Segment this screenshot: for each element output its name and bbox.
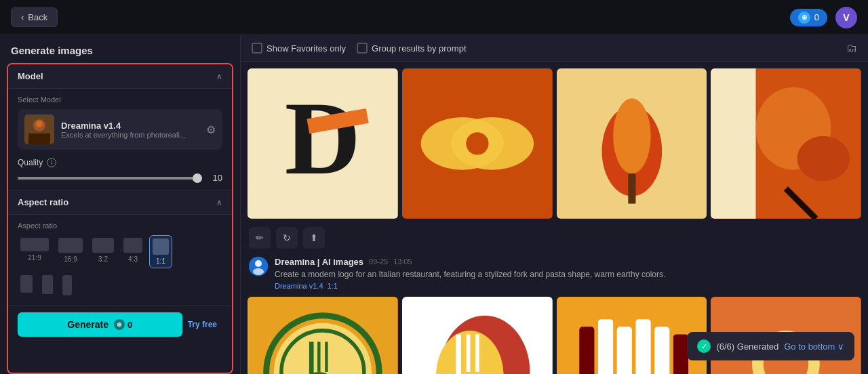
prompt-time: 13:05 [393, 257, 412, 266]
aspect-label-1-1: 1:1 [156, 257, 165, 265]
credits-badge[interactable]: ⊕ 0 [790, 9, 827, 26]
aspect-label-16-9: 16:9 [64, 255, 77, 263]
svg-rect-16 [711, 68, 756, 219]
aspect-label-3-2: 3:2 [98, 255, 108, 263]
image-card-2-1[interactable]: ITALIAN [248, 297, 398, 374]
aspect-box-16-9 [58, 238, 83, 253]
svg-rect-14 [628, 173, 635, 203]
image-card-1-1[interactable]: D [248, 68, 398, 219]
content-toolbar: Show Favorites only Group results by pro… [241, 35, 868, 62]
svg-point-22 [253, 268, 264, 275]
sidebar: Generate images Model ∧ Select Model [0, 35, 241, 374]
content-area: Show Favorites only Group results by pro… [241, 35, 868, 374]
svg-point-10 [466, 132, 488, 154]
edit-action-btn[interactable]: ✏ [249, 227, 271, 249]
aspect-chevron-icon: ∧ [216, 198, 222, 207]
toast-notification: ✓ (6/6) Generated Go to bottom ∨ [687, 332, 854, 360]
quality-value: 10 [209, 173, 222, 183]
try-free-button[interactable]: Try free [182, 317, 222, 332]
svg-point-21 [255, 260, 262, 267]
slider-thumb [193, 173, 202, 183]
show-favorites-label: Show Favorites only [267, 43, 346, 54]
aspect-box-portrait-sm [20, 275, 33, 293]
image-row-1: D [248, 68, 861, 219]
topbar-right: ⊕ 0 V [790, 7, 857, 28]
aspect-grid-row1: 21:9 16:9 3:2 4:3 [18, 235, 222, 268]
aspect-box-3-2 [92, 238, 114, 253]
image-card-2-3[interactable] [557, 297, 707, 374]
action-icons: ✏ ↻ ⬆ [248, 227, 861, 249]
aspect-item-3-2[interactable]: 3:2 [90, 235, 117, 268]
aspect-item-portrait-md[interactable] [39, 272, 56, 298]
model-section-body: Select Model Dreamina v1.4 Excels at eve… [8, 89, 232, 190]
quality-info-icon: i [47, 158, 56, 167]
prompt-date: 09-25 [369, 257, 388, 266]
prompt-meta: Dreamina | AI images 09-25 13:05 [275, 257, 860, 267]
scroll-area[interactable]: D [241, 62, 868, 374]
aspect-box-4-3 [123, 238, 142, 253]
aspect-item-4-3[interactable]: 4:3 [121, 235, 145, 268]
back-button[interactable]: ‹ Back [11, 7, 58, 27]
group-by-prompt-label: Group results by prompt [372, 43, 466, 54]
select-model-label: Select Model [18, 96, 222, 104]
quality-slider-row: 10 [18, 173, 222, 183]
aspect-grid-row2 [18, 272, 222, 298]
quality-row: Quality i [18, 158, 222, 167]
toast-check-icon: ✓ [697, 339, 711, 353]
aspect-select-label: Aspect ratio [18, 222, 222, 230]
image-card-2-2[interactable] [402, 297, 553, 374]
toast-go-button[interactable]: Go to bottom ∨ [784, 341, 844, 352]
aspect-item-16-9[interactable]: 16:9 [56, 235, 85, 268]
back-chevron-icon: ‹ [21, 12, 24, 22]
svg-point-13 [613, 98, 650, 173]
main-layout: Generate images Model ∧ Select Model [0, 35, 868, 374]
svg-rect-41 [616, 327, 631, 374]
avatar[interactable]: V [835, 7, 857, 28]
refresh-action-btn[interactable]: ↻ [276, 227, 298, 249]
topbar: ‹ Back ⊕ 0 V [0, 0, 868, 35]
aspect-item-portrait-tall[interactable] [60, 272, 75, 298]
model-settings-icon[interactable]: ⚙ [206, 123, 216, 136]
svg-rect-43 [654, 327, 669, 374]
prompt-text: Create a modern logo for an Italian rest… [275, 270, 860, 279]
toast-count-label: (6/6) Generated [716, 341, 778, 352]
quality-slider[interactable] [18, 177, 202, 180]
gen-credits-icon: ⊕ [114, 319, 125, 330]
model-chevron-icon: ∧ [216, 72, 222, 81]
prompt-avatar [249, 257, 268, 276]
model-thumbnail [24, 115, 54, 144]
aspect-box-21-9 [20, 238, 49, 251]
prompt-tags: Dreamina v1.4 1:1 [275, 282, 860, 290]
aspect-body: Aspect ratio 21:9 16:9 3:2 [8, 215, 232, 305]
favorites-checkbox-box [252, 43, 262, 54]
group-by-prompt-checkbox[interactable]: Group results by prompt [357, 43, 466, 54]
model-name: Dreamina v1.4 [61, 121, 199, 131]
aspect-box-1-1 [153, 238, 169, 255]
model-card[interactable]: Dreamina v1.4 Excels at everything from … [18, 109, 222, 150]
aspect-item-portrait-sm[interactable] [18, 272, 35, 298]
image-card-1-4[interactable] [711, 68, 861, 219]
aspect-box-portrait-tall [62, 275, 72, 295]
archive-icon[interactable]: 🗂 [846, 42, 857, 54]
generate-bar: Generate ⊕ 0 Try free [8, 305, 232, 344]
aspect-section-title: Aspect ratio [18, 197, 68, 207]
sidebar-title: Generate images [0, 35, 240, 63]
group-checkbox-box [357, 43, 368, 54]
svg-rect-42 [635, 319, 650, 374]
show-favorites-checkbox[interactable]: Show Favorites only [252, 43, 346, 54]
credits-icon: ⊕ [798, 12, 810, 24]
generate-button[interactable]: Generate ⊕ 0 [18, 312, 182, 337]
toolbar-left: Show Favorites only Group results by pro… [252, 43, 467, 54]
back-label: Back [28, 12, 47, 22]
image-card-1-2[interactable] [402, 68, 553, 219]
prompt-author: Dreamina | AI images [275, 257, 363, 267]
model-section-header[interactable]: Model ∧ [8, 64, 232, 89]
svg-point-18 [797, 136, 850, 182]
aspect-item-1-1[interactable]: 1:1 [149, 235, 172, 268]
aspect-item-21-9[interactable]: 21:9 [18, 235, 52, 268]
image-card-1-3[interactable] [557, 68, 707, 219]
svg-rect-44 [673, 334, 688, 374]
aspect-section-header[interactable]: Aspect ratio ∧ [8, 190, 232, 215]
share-action-btn[interactable]: ⬆ [303, 227, 325, 249]
model-info: Dreamina v1.4 Excels at everything from … [61, 121, 199, 139]
